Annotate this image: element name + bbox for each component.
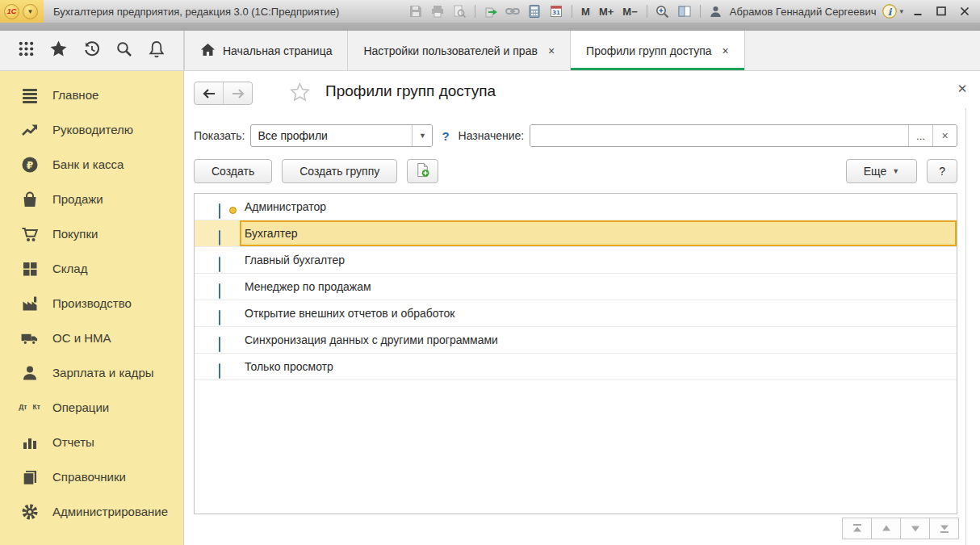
split-panel-icon[interactable] <box>676 3 693 19</box>
list-item-view-only[interactable]: Только просмотр <box>195 354 957 380</box>
maximize-button[interactable] <box>932 3 950 19</box>
truck-icon <box>20 329 39 347</box>
sidebar-item-label: Отчеты <box>52 435 94 449</box>
list-item-data-sync[interactable]: Синхронизация данных с другими программа… <box>195 327 957 354</box>
go-last-button[interactable] <box>929 518 959 539</box>
sidebar-item-production[interactable]: Производство <box>0 286 183 321</box>
list-item-accountant[interactable]: Бухгалтер <box>195 220 957 247</box>
command-bar: Создать Создать группу Еще ▼ ? <box>194 158 957 183</box>
row-label: Синхронизация данных с другими программа… <box>240 327 957 353</box>
show-filter-value: Все профили <box>251 125 412 146</box>
assignment-input[interactable] <box>530 125 908 146</box>
filter-row: Показать: Все профили ▼ ? Назначение: ..… <box>194 124 957 147</box>
calculator-icon[interactable] <box>526 3 542 19</box>
list-item-administrator[interactable]: Администратор <box>195 194 957 220</box>
row-label: Главный бухгалтер <box>240 247 957 273</box>
go-down-button[interactable] <box>900 518 930 539</box>
assignment-clear-icon[interactable]: × <box>932 125 957 146</box>
titlebar-separator <box>475 5 475 18</box>
books-icon <box>20 467 39 486</box>
dropdown-arrow-button[interactable]: ▼ <box>412 125 432 146</box>
profiles-list: Администратор Бухгалтер Главный бухгалте… <box>194 193 957 514</box>
tab-label: Настройки пользователей и прав <box>363 44 537 57</box>
user-icon <box>708 3 724 19</box>
current-user-name[interactable]: Абрамов Геннадий Сергеевич <box>730 6 877 18</box>
sidebar-item-label: Главное <box>52 88 98 102</box>
1c-logo-icon: 1С <box>4 4 19 19</box>
person-icon <box>20 363 39 382</box>
tab-user-settings[interactable]: Настройки пользователей и прав × <box>348 31 571 70</box>
tab-close-icon[interactable]: × <box>548 44 555 57</box>
sidebar-item-label: Зарплата и кадры <box>52 366 154 379</box>
sidebar-item-administration[interactable]: Администрирование <box>0 494 183 529</box>
tab-bar: Начальная страница Настройки пользовател… <box>0 23 980 71</box>
more-button-label: Еще <box>864 165 887 178</box>
minimize-button[interactable] <box>909 3 927 19</box>
sidebar-item-bank-cash[interactable]: ₽ Банк и касса <box>0 147 183 182</box>
row-label: Только просмотр <box>240 354 957 379</box>
sidebar-item-manager[interactable]: Руководителю <box>0 112 183 147</box>
print-icon[interactable] <box>429 3 446 19</box>
zoom-icon[interactable] <box>655 3 671 19</box>
calc-m-button[interactable]: М <box>580 6 592 18</box>
favorites-icon[interactable] <box>49 40 68 61</box>
sidebar-item-main[interactable]: Главное <box>0 78 183 112</box>
sidebar-item-warehouse[interactable]: Склад <box>0 251 183 286</box>
go-up-button[interactable] <box>871 518 901 539</box>
chevron-down-icon: ▼ <box>892 167 899 175</box>
tab-label: Профили групп доступа <box>586 44 712 57</box>
list-item-chief-accountant[interactable]: Главный бухгалтер <box>195 247 957 274</box>
search-icon[interactable] <box>115 40 133 61</box>
show-filter-dropdown[interactable]: Все профили ▼ <box>250 124 433 147</box>
tab-access-group-profiles[interactable]: Профили групп доступа × <box>571 31 745 70</box>
history-icon[interactable] <box>83 40 101 61</box>
calc-m-minus-button[interactable]: М− <box>621 6 639 18</box>
row-label: Бухгалтер <box>240 220 957 246</box>
get-link-icon[interactable] <box>505 3 521 19</box>
more-button[interactable]: Еще ▼ <box>846 159 917 183</box>
chevron-down-icon: ▾ <box>899 7 903 15</box>
favorite-star-icon[interactable] <box>289 82 311 107</box>
go-first-button[interactable] <box>842 518 872 539</box>
titlebar-separator <box>572 5 572 18</box>
save-icon[interactable] <box>408 3 424 19</box>
help-button[interactable]: ? <box>927 159 957 183</box>
grid-boxes-icon <box>20 259 39 278</box>
close-button[interactable] <box>956 3 974 19</box>
print-preview-icon[interactable] <box>451 3 467 19</box>
panel-tools <box>0 31 184 70</box>
sidebar-item-operations[interactable]: ДтКт Операции <box>0 390 183 425</box>
sidebar-item-fixed-assets[interactable]: ОС и НМА <box>0 321 183 355</box>
row-label: Открытие внешних отчетов и обработок <box>240 300 957 326</box>
list-item-sales-manager[interactable]: Менеджер по продажам <box>195 274 957 300</box>
all-sections-icon[interactable] <box>18 40 35 61</box>
filter-help-icon[interactable]: ? <box>442 129 449 143</box>
list-item-external-reports[interactable]: Открытие внешних отчетов и обработок <box>195 300 957 327</box>
info-button[interactable]: i ▾ <box>882 3 903 19</box>
page-close-icon[interactable]: ✕ <box>954 81 970 97</box>
tab-close-icon[interactable]: × <box>722 44 729 57</box>
sidebar-item-directories[interactable]: Справочники <box>0 459 183 494</box>
sidebar-item-label: Руководителю <box>52 123 133 136</box>
notifications-icon[interactable] <box>148 40 165 61</box>
create-button[interactable]: Создать <box>194 159 272 183</box>
sidebar-item-sales[interactable]: Продажи <box>0 182 183 216</box>
calendar-icon[interactable]: 31 <box>548 3 564 19</box>
sidebar-item-purchases[interactable]: Покупки <box>0 216 183 251</box>
sidebar-item-payroll-hr[interactable]: Зарплата и кадры <box>0 355 183 390</box>
forward-button[interactable] <box>223 82 252 104</box>
copy-item-button[interactable] <box>407 159 438 183</box>
tab-home[interactable]: Начальная страница <box>184 31 348 70</box>
window-title: Бухгалтерия предприятия, редакция 3.0 (1… <box>53 6 339 18</box>
calc-m-plus-button[interactable]: М+ <box>597 6 615 18</box>
back-button[interactable] <box>195 82 223 104</box>
debit-credit-icon: ДтКт <box>20 398 39 417</box>
shopping-bag-icon <box>20 190 39 208</box>
goto-link-icon[interactable] <box>483 3 499 19</box>
create-group-button[interactable]: Создать группу <box>282 159 397 183</box>
main-menu-button[interactable]: ▼ <box>23 4 38 19</box>
main-content: Профили групп доступа ✕ Показать: Все пр… <box>184 71 980 545</box>
assignment-choose-button[interactable]: ... <box>908 125 932 146</box>
sidebar-item-reports[interactable]: Отчеты <box>0 425 183 459</box>
sections-sidebar: Главное Руководителю ₽ Банк и касса Прод… <box>0 71 184 545</box>
